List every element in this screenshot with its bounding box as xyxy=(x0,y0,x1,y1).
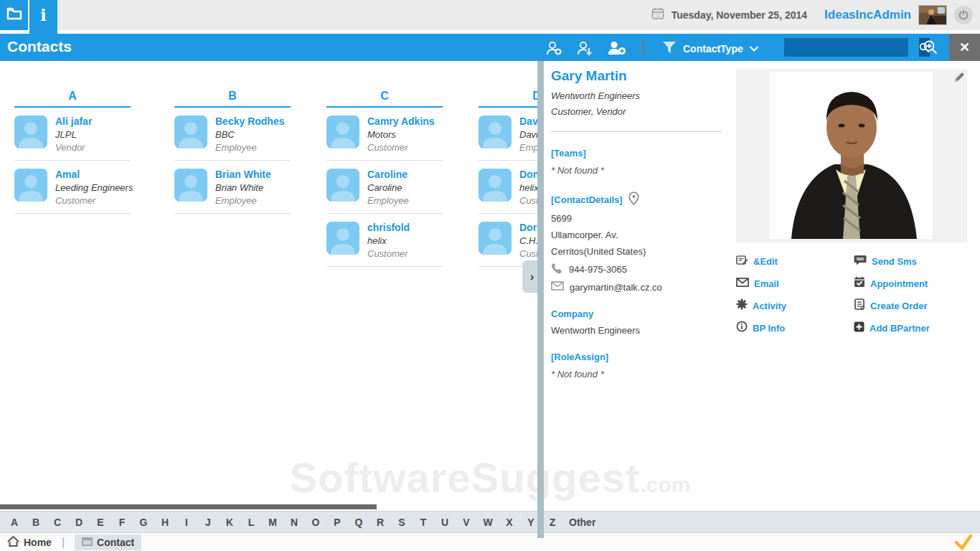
alphabet-letter-l[interactable]: L xyxy=(240,517,262,528)
user-settings-icon[interactable] xyxy=(544,39,565,57)
contact-avatar xyxy=(14,116,47,149)
action-link[interactable]: Activity xyxy=(736,298,854,313)
svg-text:SMS: SMS xyxy=(857,258,864,261)
contact-avatar xyxy=(326,116,359,149)
alphabet-letter-z[interactable]: Z xyxy=(542,517,563,528)
current-date: Tuesday, November 25, 2014 xyxy=(672,9,807,21)
breadcrumb-contact-tab[interactable]: Contact xyxy=(75,534,141,550)
contact-type: Customer xyxy=(55,195,131,206)
action-link[interactable]: Create Order xyxy=(854,298,973,313)
breadcrumb-home[interactable]: Home xyxy=(7,536,52,549)
logout-power-button[interactable] xyxy=(954,6,973,24)
alphabet-letter-f[interactable]: F xyxy=(111,517,133,528)
alphabet-letter-v[interactable]: V xyxy=(456,517,477,528)
alphabet-letter-d[interactable]: D xyxy=(68,517,90,528)
letter-header[interactable]: A xyxy=(14,90,131,108)
horizontal-scrollbar-thumb[interactable] xyxy=(0,504,377,509)
alphabet-letter-u[interactable]: U xyxy=(434,517,456,528)
filter-funnel-icon[interactable] xyxy=(661,39,677,58)
detail-phone: 944-975-3065 xyxy=(569,264,627,275)
panel-divider[interactable] xyxy=(537,61,544,538)
username-link[interactable]: IdeasIncAdmin xyxy=(824,8,911,22)
contact-name[interactable]: Camry Adkins xyxy=(367,116,435,127)
search-input[interactable] xyxy=(784,38,919,57)
contact-type: Vendor xyxy=(55,142,92,153)
letter-column: B Becky Rodhes BBC Employee Brian White … xyxy=(174,90,291,214)
zoom-in-icon xyxy=(923,39,938,55)
alphabet-letter-q[interactable]: Q xyxy=(348,517,369,528)
contact-card[interactable]: chrisfold helix Customer xyxy=(326,214,443,267)
alphabet-letter-h[interactable]: H xyxy=(154,517,176,528)
contact-details-label[interactable]: [ContactDetails] xyxy=(551,194,623,205)
alphabet-letter-x[interactable]: X xyxy=(499,517,520,528)
contact-name[interactable]: Brian White xyxy=(215,169,271,180)
teams-section-label[interactable]: [Teams] xyxy=(551,148,730,159)
action-link[interactable]: BP Info xyxy=(736,321,854,335)
contact-card[interactable]: Amal Leeding Engineers Customer xyxy=(14,161,131,214)
status-check-icon xyxy=(954,534,973,551)
email-icon xyxy=(736,277,749,290)
alphabet-letter-t[interactable]: T xyxy=(413,517,434,528)
alphabet-letter-o[interactable]: O xyxy=(305,517,326,528)
chevron-down-icon[interactable] xyxy=(749,42,759,55)
alphabet-letter-s[interactable]: S xyxy=(391,517,413,528)
user-import-icon[interactable] xyxy=(574,39,595,57)
contact-type: Employee xyxy=(215,195,271,206)
alphabet-letter-j[interactable]: J xyxy=(197,517,219,528)
alphabet-letter-w[interactable]: W xyxy=(477,517,499,528)
home-icon xyxy=(7,536,19,549)
alphabet-letter-r[interactable]: R xyxy=(369,517,391,528)
contact-card[interactable]: Brian White Brian White Employee xyxy=(174,161,291,214)
detail-email[interactable]: garymartin@talk.cz.co xyxy=(570,282,662,293)
close-button[interactable]: ✕ xyxy=(949,34,980,61)
contact-type: Employee xyxy=(367,195,409,206)
alphabet-index-bar: ABCDEFGHIJKLMNOPQRSTUVWXYZOther xyxy=(0,511,980,532)
alphabet-letter-a[interactable]: A xyxy=(4,517,25,528)
action-link[interactable]: &Edit xyxy=(736,255,854,268)
advanced-search-button[interactable] xyxy=(920,39,941,56)
user-avatar[interactable] xyxy=(918,5,947,25)
alphabet-letter-m[interactable]: M xyxy=(262,517,283,528)
edit-photo-pencil-icon[interactable] xyxy=(953,71,966,84)
calendar-icon xyxy=(651,7,664,23)
alphabet-letter-k[interactable]: K xyxy=(219,517,240,528)
action-label: Send Sms xyxy=(872,256,917,267)
action-link[interactable]: Email xyxy=(736,276,854,291)
contact-type-filter[interactable]: ContactType xyxy=(683,43,743,55)
info-tab[interactable]: i xyxy=(29,0,57,30)
contact-type: Customer xyxy=(367,248,410,259)
contact-card[interactable]: Camry Adkins Motors Customer xyxy=(326,108,443,161)
folder-tab[interactable] xyxy=(0,0,28,30)
contact-card[interactable]: Becky Rodhes BBC Employee xyxy=(174,108,291,161)
window-icon xyxy=(82,537,93,548)
letter-column: A Ali jafar JLPL Vendor Amal Leeding Eng… xyxy=(14,90,131,214)
contact-name[interactable]: Ali jafar xyxy=(55,116,92,127)
roleassign-section-label[interactable]: [RoleAssign] xyxy=(551,352,730,362)
action-link[interactable]: Add BPartner xyxy=(854,321,973,335)
detail-roles: Customer, Vendor xyxy=(551,106,730,117)
contact-company: BBC xyxy=(215,129,284,140)
alphabet-letter-other[interactable]: Other xyxy=(563,517,601,528)
contact-name[interactable]: Caroline xyxy=(367,169,409,180)
contact-name[interactable]: chrisfold xyxy=(367,222,410,233)
contact-card[interactable]: Ali jafar JLPL Vendor xyxy=(14,108,131,161)
alphabet-letter-i[interactable]: I xyxy=(176,517,197,528)
action-link[interactable]: Appointment xyxy=(854,276,973,291)
contact-card[interactable]: Caroline Caroline Employee xyxy=(326,161,443,214)
alphabet-letter-b[interactable]: B xyxy=(25,517,47,528)
alphabet-letter-e[interactable]: E xyxy=(90,517,111,528)
create-order-icon xyxy=(854,298,865,313)
alphabet-letter-g[interactable]: G xyxy=(133,517,154,528)
alphabet-letter-c[interactable]: C xyxy=(47,517,68,528)
contact-company: helix xyxy=(367,235,410,246)
alphabet-letter-p[interactable]: P xyxy=(326,517,348,528)
location-pin-icon[interactable] xyxy=(628,192,639,207)
contact-name[interactable]: Amal xyxy=(55,169,131,180)
letter-header[interactable]: B xyxy=(174,90,291,108)
letter-column: C Camry Adkins Motors Customer Caroline … xyxy=(326,90,443,267)
add-contact-icon[interactable] xyxy=(606,39,628,57)
letter-header[interactable]: C xyxy=(326,90,443,108)
contact-name[interactable]: Becky Rodhes xyxy=(215,116,284,127)
alphabet-letter-n[interactable]: N xyxy=(283,517,305,528)
action-link[interactable]: SMS Send Sms xyxy=(854,255,973,268)
